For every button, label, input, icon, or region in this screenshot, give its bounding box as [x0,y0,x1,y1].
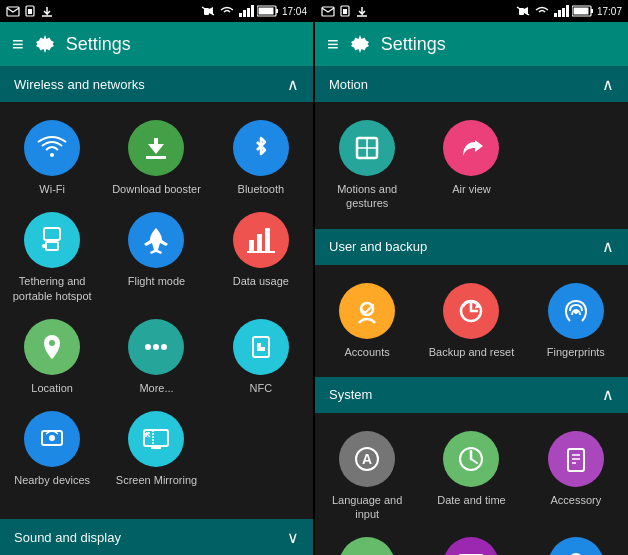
date-time-item[interactable]: Date and time [419,423,523,530]
download-booster-icon-circle [128,120,184,176]
language-icon-circle: A [339,431,395,487]
backup-icon-circle [443,283,499,339]
tethering-item[interactable]: Tethering and portable hotspot [0,204,104,311]
security-icon-circle [548,537,604,555]
date-time-icon-circle [443,431,499,487]
flight-mode-item[interactable]: Flight mode [104,204,208,311]
location-icon [36,331,68,363]
svg-point-29 [153,344,159,350]
nearby-devices-icon [36,423,68,455]
svg-marker-41 [524,7,528,15]
status-icons-left [6,5,54,17]
more-item[interactable]: More... [104,311,208,403]
svg-rect-10 [251,5,254,17]
icon-grid-1: Wi-Fi Download booster Bluetooth [0,102,313,505]
accounts-label: Accounts [345,345,390,359]
accessory-icon [560,443,592,475]
accessory-label: Accessory [550,493,601,507]
nearby-devices-item[interactable]: Nearby devices [0,403,104,495]
security-icon [560,549,592,555]
data-usage-label: Data usage [233,274,289,288]
data-usage-icon [245,224,277,256]
motions-gestures-item[interactable]: Motions and gestures [315,112,419,219]
battery-item[interactable]: Battery [315,529,419,555]
signal-icon [238,5,254,17]
storage-icon-circle [443,537,499,555]
accounts-item[interactable]: Accounts [315,275,419,367]
svg-rect-40 [519,8,524,15]
backup-icon [455,295,487,327]
chevron-wireless[interactable] [287,75,299,94]
svg-point-55 [574,310,578,314]
section-user-backup: User and backup [315,229,628,265]
chevron-system[interactable] [602,385,614,404]
svg-rect-7 [239,13,242,17]
svg-rect-43 [558,10,561,17]
air-view-item[interactable]: Air view [419,112,523,219]
svg-point-30 [161,344,167,350]
svg-rect-44 [562,8,565,17]
language-input-label: Language and input [319,493,415,522]
svg-rect-48 [573,8,588,15]
screen-mirroring-item[interactable]: Screen Mirroring [104,403,208,495]
screen-mirroring-icon [140,423,172,455]
status-info-right: 17:04 [200,5,307,17]
wifi-icon-status [219,5,235,17]
envelope-icon-2 [321,5,335,17]
flight-mode-icon [140,224,172,256]
menu-icon-2[interactable]: ≡ [327,33,339,56]
svg-marker-6 [209,7,213,15]
tethering-icon-circle [24,212,80,268]
language-input-item[interactable]: A Language and input [315,423,419,530]
svg-text:A: A [362,451,372,467]
download-booster-item[interactable]: Download booster [104,112,208,204]
wifi-label: Wi-Fi [39,182,65,196]
nfc-item[interactable]: NFC [209,311,313,403]
bottom-section-1[interactable]: Sound and display [0,519,313,555]
svg-point-27 [49,340,55,346]
air-view-icon [455,132,487,164]
fingerprints-item[interactable]: Fingerprints [524,275,628,367]
wifi-icon [36,132,68,164]
more-label: More... [139,381,173,395]
svg-rect-9 [247,8,250,17]
user-backup-grid: Accounts Backup and reset Fingerprints [315,265,628,377]
svg-rect-17 [154,138,158,146]
download-booster-label: Download booster [112,182,201,196]
svg-rect-13 [258,8,273,15]
svg-rect-18 [146,156,166,159]
wifi-icon-circle [24,120,80,176]
menu-icon-1[interactable]: ≡ [12,33,24,56]
battery-icon [351,549,383,555]
tethering-label: Tethering and portable hotspot [4,274,100,303]
svg-rect-12 [276,9,278,13]
svg-rect-2 [28,9,32,14]
chevron-bottom[interactable] [287,528,299,547]
chevron-user-backup[interactable] [602,237,614,256]
battery-icon-circle [339,537,395,555]
accessory-item[interactable]: Accessory [524,423,628,530]
chevron-motion[interactable] [602,75,614,94]
storage-item[interactable]: Storage [419,529,523,555]
section-motion: Motion [315,66,628,102]
scroll-area-2[interactable]: Motion Motions and gestures Air view Use… [315,66,628,555]
status-bar-2: 17:07 [315,0,628,22]
phone-1: 17:04 ≡ Settings Wireless and networks W… [0,0,313,555]
tethering-icon [36,224,68,256]
bluetooth-item[interactable]: Bluetooth [209,112,313,204]
location-label: Location [31,381,73,395]
more-icon [140,331,172,363]
svg-line-60 [471,459,477,463]
svg-point-15 [50,153,54,157]
wifi-item[interactable]: Wi-Fi [0,112,104,204]
location-item[interactable]: Location [0,311,104,403]
motions-icon [351,132,383,164]
scroll-area-1[interactable]: Wi-Fi Download booster Bluetooth [0,102,313,519]
security-item[interactable]: Security [524,529,628,555]
dl-icon-2 [355,5,369,17]
data-usage-item[interactable]: Data usage [209,204,313,311]
air-view-icon-circle [443,120,499,176]
fingerprints-icon-circle [548,283,604,339]
section-wireless-title: Wireless and networks [14,77,145,92]
backup-reset-item[interactable]: Backup and reset [419,275,523,367]
